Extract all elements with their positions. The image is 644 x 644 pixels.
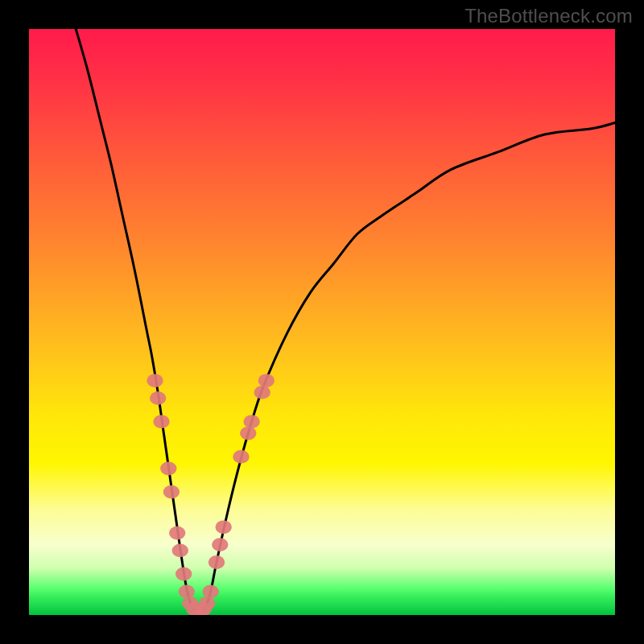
data-marker [243,415,259,428]
data-marker [203,585,219,599]
data-marker [169,526,185,540]
data-marker [150,391,166,405]
chart-svg [29,29,615,615]
data-marker [179,585,195,599]
data-marker [208,555,225,569]
data-marker [258,374,275,387]
data-marker [199,597,215,610]
data-marker [163,485,180,499]
data-marker [240,427,256,440]
data-marker [233,450,249,464]
data-marker [153,415,169,428]
data-marker [172,544,188,558]
plot-area [29,29,615,615]
data-marker [175,568,192,581]
data-marker [160,462,176,476]
data-marker [212,538,228,551]
data-marker [147,374,163,387]
bottleneck-curve [76,29,615,615]
attribution-text: TheBottleneck.com [464,5,633,27]
data-marker [216,520,232,534]
outer-frame: TheBottleneck.com [0,0,644,644]
data-marker [254,386,270,399]
